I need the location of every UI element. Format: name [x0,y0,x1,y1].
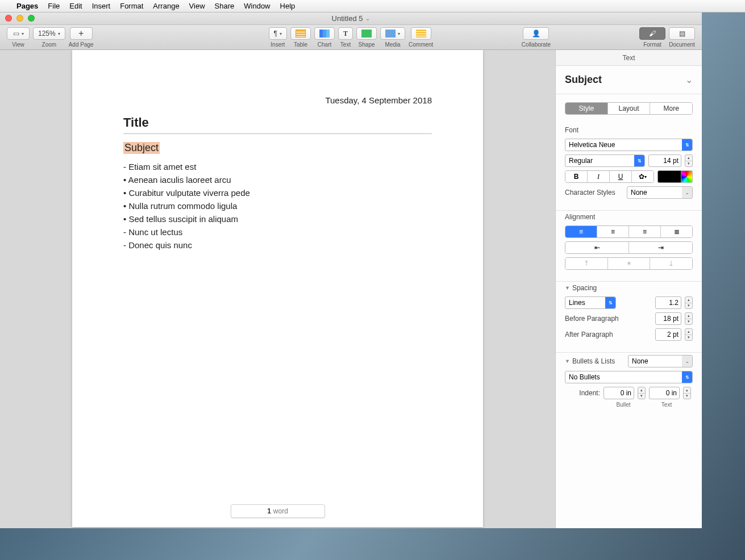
alignment-section-label: Alignment [565,213,693,221]
align-left-button[interactable]: ≡ [565,226,597,237]
document-canvas[interactable]: Tuesday, 4 September 2018 Title Subject … [0,50,555,528]
indent-label: Indent: [565,389,600,397]
menu-file[interactable]: File [48,2,60,10]
valign-bottom-button[interactable]: ⤓ [650,258,692,269]
list-item[interactable]: Donec quis nunc [123,240,432,250]
bullet-sublabel: Bullet [604,402,643,408]
font-size-field[interactable]: 14 pt [648,154,681,167]
word-count-pill[interactable]: 1word [231,504,325,518]
menu-format[interactable]: Format [120,2,143,10]
align-right-button[interactable]: ≡ [629,226,661,237]
document-button[interactable]: ▤ [669,27,695,40]
font-size-stepper[interactable]: ▴▾ [685,154,693,167]
window-close-button[interactable] [5,15,12,22]
spacing-value-field[interactable]: 1.2 [655,296,681,309]
font-style-select[interactable]: Regular⇅ [565,154,645,167]
doc-date[interactable]: Tuesday, 4 September 2018 [123,95,432,105]
list-item[interactable]: Sed tellus suscipit in aliquam [123,214,432,224]
advanced-font-button[interactable]: ✿▾ [632,171,654,182]
doc-body[interactable]: Etiam sit amet estAenean iaculis laoreet… [123,162,432,250]
after-para-stepper[interactable]: ▴▾ [685,328,693,341]
window-title[interactable]: Untitled 5 [332,14,363,23]
before-para-stepper[interactable]: ▴▾ [685,312,693,325]
zoom-selector[interactable]: 125%▾ [33,27,65,40]
text-button[interactable]: T [338,27,353,40]
inspector-tab-text[interactable]: Text [556,50,702,66]
chart-button[interactable] [314,27,335,40]
doc-title[interactable]: Title [123,115,432,130]
menu-share[interactable]: Share [215,2,235,10]
indent-button[interactable]: ⇥ [629,242,692,253]
menu-view[interactable]: View [189,2,205,10]
table-button[interactable] [290,27,311,40]
menu-window[interactable]: Window [244,2,270,10]
list-item[interactable]: Nunc ut lectus [123,227,432,237]
char-styles-select[interactable]: None⌄ [627,186,693,199]
inspector-subtabs: Style Layout More [565,102,693,115]
toolbar: ▭▾ View 125%▾ Zoom + Add Page ¶ ▾Insert … [0,25,702,50]
subtab-more[interactable]: More [650,103,692,114]
after-para-label: After Paragraph [565,331,652,338]
outdent-button[interactable]: ⇤ [565,242,629,253]
bullets-type-select[interactable]: No Bullets⇅ [565,371,693,383]
align-center-button[interactable]: ≡ [597,226,629,237]
paragraph-style-name[interactable]: Subject [565,74,602,86]
menu-edit[interactable]: Edit [69,2,82,10]
valign-top-button[interactable]: ⤒ [565,258,608,269]
after-para-field[interactable]: 2 pt [655,328,681,341]
view-button[interactable]: ▭▾ [7,27,30,40]
add-page-label: Add Page [69,41,94,48]
font-section-label: Font [565,126,693,134]
italic-button[interactable]: I [588,171,610,182]
align-justify-button[interactable]: ≣ [661,226,692,237]
window-minimize-button[interactable] [16,15,23,22]
collaborate-button[interactable]: 👤 [523,27,549,40]
bold-button[interactable]: B [565,171,588,182]
text-color-swatch[interactable] [657,170,681,183]
window-zoom-button[interactable] [28,15,35,22]
page[interactable]: Tuesday, 4 September 2018 Title Subject … [72,50,483,527]
list-item[interactable]: Etiam sit amet est [123,162,432,172]
title-rule [123,133,432,134]
bullet-indent-stepper[interactable]: ▴▾ [638,387,646,399]
add-page-button[interactable]: + [70,27,93,40]
inspector-panel: Text Subject ⌄ Style Layout More Font He… [555,50,702,528]
insert-button[interactable]: ¶ ▾ [269,27,287,40]
shape-button[interactable] [356,27,377,40]
format-button[interactable]: 🖌 [639,27,665,40]
media-button[interactable]: ▾ [380,27,405,40]
valign-middle-button[interactable]: ✶ [608,258,651,269]
spacing-value-stepper[interactable]: ▴▾ [685,296,693,309]
pages-window: Untitled 5 ⌄ ▭▾ View 125%▾ Zoom + Add Pa… [0,12,702,528]
bullets-preset-select[interactable]: None⌄ [628,355,693,367]
underline-button[interactable]: U [610,171,632,182]
list-item[interactable]: Aenean iaculis laoreet arcu [123,175,432,185]
subtab-layout[interactable]: Layout [608,103,651,114]
text-sublabel: Text [647,402,686,408]
list-item[interactable]: Curabitur vulputate viverra pede [123,188,432,198]
menu-insert[interactable]: Insert [92,2,111,10]
text-color-wheel-button[interactable] [681,170,693,183]
bullet-indent-field[interactable]: 0 in [604,387,634,399]
before-para-field[interactable]: 18 pt [655,312,681,325]
text-indent-stepper[interactable]: ▴▾ [683,387,691,399]
subtab-style[interactable]: Style [565,103,608,114]
list-item[interactable]: Nulla rutrum commodo ligula [123,201,432,211]
doc-subject-selected[interactable]: Subject [123,142,160,154]
before-para-label: Before Paragraph [565,315,652,323]
text-indent-field[interactable]: 0 in [649,387,680,399]
spacing-mode-select[interactable]: Lines⇅ [565,296,616,309]
window-titlebar: Untitled 5 ⌄ [0,12,702,25]
app-menu[interactable]: Pages [16,2,38,10]
char-styles-label: Character Styles [565,189,623,197]
menu-arrange[interactable]: Arrange [153,2,179,10]
menu-help[interactable]: Help [280,2,295,10]
bullets-section-label[interactable]: ▼Bullets & Lists [565,357,625,365]
view-label: View [12,41,24,48]
spacing-section-label[interactable]: ▼Spacing [565,284,693,292]
zoom-label: Zoom [42,41,57,48]
comment-button[interactable] [411,27,431,40]
paragraph-style-chevron-icon[interactable]: ⌄ [685,74,693,85]
font-family-select[interactable]: Helvetica Neue⇅ [565,139,693,151]
title-dropdown-icon[interactable]: ⌄ [365,15,370,22]
